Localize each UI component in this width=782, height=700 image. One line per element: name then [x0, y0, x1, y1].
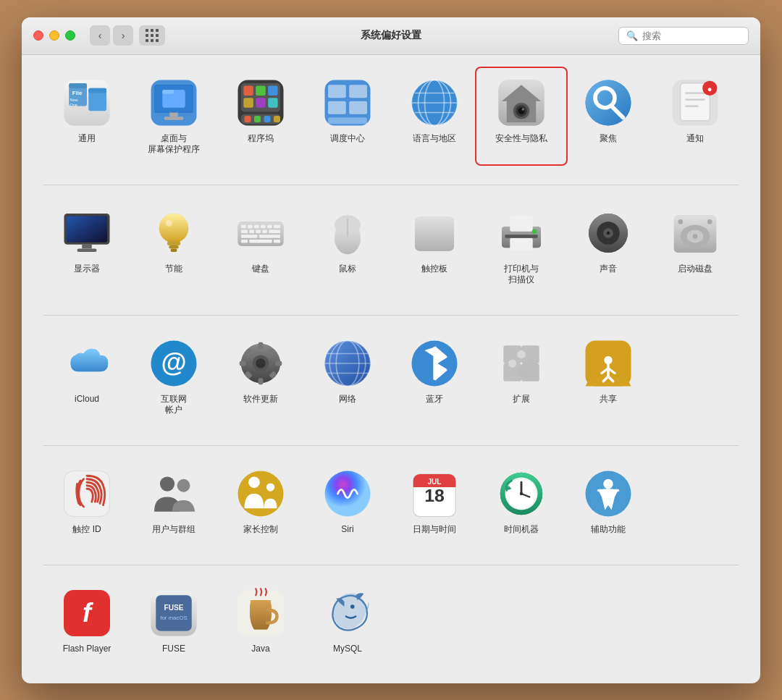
- pref-parental[interactable]: 家长控制: [217, 460, 304, 543]
- date-label: 日期与时间: [413, 524, 456, 536]
- flash-icon: f: [61, 587, 113, 639]
- pref-notifications[interactable]: ● 通知: [652, 69, 739, 163]
- general-icon: File New One: [61, 77, 113, 129]
- section-system: 触控 ID 用户与群组: [43, 445, 739, 557]
- svg-point-178: [603, 479, 613, 489]
- section-internet: iCloud @ 互联网帐户: [43, 315, 739, 438]
- svg-rect-14: [169, 112, 177, 117]
- svg-rect-67: [167, 241, 180, 245]
- mouse-icon: [321, 207, 374, 259]
- pref-flash-player[interactable]: f Flash Player: [43, 580, 130, 662]
- pref-bluetooth[interactable]: 蓝牙: [391, 330, 478, 423]
- pref-mysql[interactable]: MySQL: [304, 580, 391, 662]
- pref-sharing[interactable]: 共享: [565, 330, 652, 423]
- startup-label: 启动磁盘: [678, 263, 712, 275]
- notifications-label: 通知: [686, 133, 704, 145]
- svg-rect-98: [510, 237, 533, 250]
- svg-rect-81: [256, 229, 261, 233]
- svg-rect-94: [415, 216, 454, 250]
- svg-text:File: File: [72, 89, 83, 96]
- parental-icon: [235, 468, 287, 520]
- pref-startup[interactable]: 启动磁盘: [652, 200, 739, 293]
- svg-rect-30: [328, 85, 346, 98]
- pref-displays[interactable]: 显示器: [43, 200, 130, 293]
- pref-internet[interactable]: @ 互联网帐户: [130, 330, 217, 423]
- pref-desktop[interactable]: 桌面与屏幕保护程序: [130, 69, 217, 163]
- pref-accessibility[interactable]: 辅助功能: [565, 460, 652, 543]
- search-icon: 🔍: [626, 30, 638, 41]
- svg-rect-25: [245, 116, 251, 122]
- pref-siri[interactable]: Siri: [304, 460, 391, 543]
- displays-icon: [61, 207, 113, 259]
- section-hardware: 显示器: [43, 185, 739, 308]
- spotlight-label: 聚焦: [600, 133, 617, 145]
- svg-point-66: [159, 214, 189, 243]
- svg-rect-74: [248, 224, 253, 228]
- security-icon: [495, 77, 547, 129]
- pref-icloud[interactable]: iCloud: [43, 330, 130, 423]
- svg-rect-8: [88, 88, 106, 93]
- pref-security[interactable]: 安全性与隐私: [478, 69, 565, 163]
- search-box[interactable]: 🔍: [618, 27, 749, 45]
- pref-sound[interactable]: 声音: [565, 200, 652, 293]
- pref-time-machine[interactable]: 时间机器: [478, 460, 565, 543]
- displays-label: 显示器: [74, 263, 100, 275]
- maximize-button[interactable]: [65, 30, 75, 41]
- grid-view-button[interactable]: [139, 25, 165, 46]
- siri-icon: [321, 468, 374, 520]
- svg-point-105: [607, 231, 610, 235]
- section-3-grid: iCloud @ 互联网帐户: [43, 330, 739, 438]
- svg-rect-19: [256, 85, 266, 96]
- keyboard-label: 键盘: [252, 263, 269, 275]
- pref-extensions[interactable]: 扩展: [478, 330, 565, 423]
- forward-button[interactable]: ›: [113, 25, 133, 46]
- dock-label: 程序坞: [248, 133, 274, 145]
- accessibility-icon: [582, 468, 634, 520]
- pref-energy[interactable]: 节能: [130, 200, 217, 293]
- svg-rect-119: [240, 361, 246, 366]
- pref-mission-control[interactable]: 调度中心: [304, 69, 391, 163]
- time-machine-label: 时间机器: [504, 524, 539, 536]
- pref-language[interactable]: 语言与地区: [391, 69, 478, 163]
- svg-rect-77: [267, 224, 272, 228]
- grid-icon: [146, 29, 159, 43]
- pref-users[interactable]: 用户与群组: [130, 460, 217, 543]
- users-label: 用户与群组: [152, 524, 196, 536]
- pref-printers[interactable]: 打印机与扫描仪: [478, 200, 565, 293]
- dock-icon: [235, 77, 287, 129]
- notifications-icon: ●: [669, 77, 721, 129]
- pref-fuse[interactable]: FUSE for macOS FUSE: [130, 580, 217, 662]
- section-5-grid: f Flash Player: [43, 580, 739, 677]
- close-button[interactable]: [33, 30, 43, 41]
- pref-mouse[interactable]: 鼠标: [304, 200, 391, 293]
- mouse-label: 鼠标: [339, 263, 356, 275]
- svg-rect-15: [164, 117, 184, 120]
- svg-rect-31: [349, 85, 367, 98]
- pref-keyboard[interactable]: 键盘: [217, 200, 304, 293]
- pref-java[interactable]: Java: [217, 580, 304, 662]
- pref-network[interactable]: 网络: [304, 330, 391, 423]
- svg-rect-157: [64, 471, 110, 517]
- svg-rect-75: [254, 224, 259, 228]
- window-title: 系统偏好设置: [361, 29, 421, 42]
- printers-label: 打印机与扫描仪: [504, 263, 539, 286]
- search-input[interactable]: [642, 30, 741, 41]
- pref-spotlight[interactable]: 聚焦: [565, 69, 652, 163]
- pref-touch-id[interactable]: 触控 ID: [43, 460, 130, 543]
- software-update-icon: [235, 337, 287, 389]
- pref-software-update[interactable]: 软件更新: [217, 330, 304, 423]
- pref-date[interactable]: JUL 18 日期与时间: [391, 460, 478, 543]
- pref-dock[interactable]: 程序坞: [217, 69, 304, 163]
- network-label: 网络: [339, 394, 356, 405]
- pref-general[interactable]: File New One 通用: [43, 69, 130, 163]
- general-label: 通用: [78, 133, 96, 145]
- svg-point-161: [248, 476, 260, 488]
- minimize-button[interactable]: [49, 30, 59, 41]
- svg-text:●: ●: [707, 85, 712, 93]
- back-button[interactable]: ‹: [90, 25, 110, 46]
- svg-point-48: [522, 108, 524, 110]
- startup-icon: [669, 207, 721, 259]
- pref-trackpad[interactable]: 触控板: [391, 200, 478, 293]
- svg-rect-13: [162, 90, 174, 94]
- svg-rect-120: [275, 361, 282, 366]
